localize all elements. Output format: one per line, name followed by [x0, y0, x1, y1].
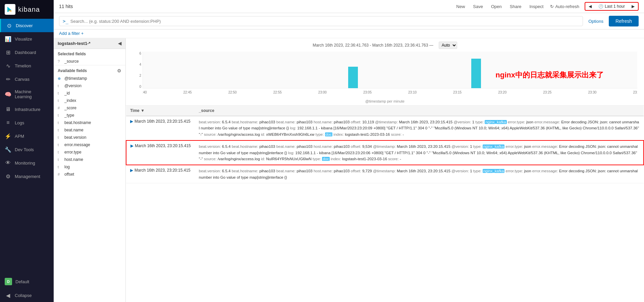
col-time[interactable]: Time ▼ — [126, 106, 195, 116]
field-error-type[interactable]: t error.type — [54, 148, 125, 156]
sidebar-item-label-ml: Machine Learning — [15, 89, 49, 99]
kv-value: /var/log/nginx/access.log — [218, 157, 260, 161]
sidebar-item-default[interactable]: D Default — [0, 275, 54, 289]
field-id[interactable]: t _id — [54, 89, 125, 97]
source-text: beat.version: 6.5.4 beat.hostname: pihao… — [199, 143, 639, 162]
wave-icon: ∿ — [5, 62, 11, 69]
share-button[interactable]: Share — [508, 3, 523, 10]
kv-key: @version: — [453, 120, 471, 124]
index-pattern-text: logstash-test1-* — [58, 41, 91, 46]
compass-icon: ⊙ — [6, 22, 12, 29]
kv-key: beat.hostname: — [232, 169, 258, 173]
kv-value: json — [524, 169, 531, 173]
kv-value: /var/log/nginx/access.log — [218, 132, 260, 136]
time-back-button[interactable]: ◀ — [585, 3, 595, 10]
search-box[interactable]: >_ — [59, 16, 583, 26]
x-label: 23:35 — [633, 90, 637, 94]
x-label: 23:00 — [318, 90, 327, 94]
field-beat-name[interactable]: t beat.name — [54, 126, 125, 134]
col-source-label: _source — [199, 108, 214, 113]
sidebar-item-label-collapse: Collapse — [15, 293, 32, 298]
time-range-control[interactable]: ◀ 🕐 Last 1 hour ▶ — [585, 2, 639, 11]
sidebar-item-dashboard[interactable]: ⊞ Dashboard — [0, 46, 54, 59]
expand-button[interactable]: ▶ — [130, 168, 133, 173]
options-button[interactable]: Options — [586, 17, 606, 25]
sidebar-item-infrastructure[interactable]: 🖥 Infrastructure — [0, 103, 54, 116]
sidebar-item-canvas[interactable]: ✏ Canvas — [0, 72, 54, 86]
field-version[interactable]: t @version — [54, 82, 125, 89]
kv-key: beat.version: — [199, 120, 221, 124]
error-type-field-name: error.type — [64, 150, 121, 155]
kv-key: score: — [388, 157, 398, 161]
kv-key: beat.name: — [276, 120, 296, 124]
sidebar-item-timelion[interactable]: ∿ Timelion — [0, 59, 54, 72]
index-field-name: _index — [64, 98, 121, 103]
timestamp-type-icon: ⊕ — [58, 76, 62, 81]
source-cell: beat.version: 6.5.4 beat.hostname: pihao… — [195, 165, 644, 183]
kibana-icon — [5, 4, 15, 15]
inspect-button[interactable]: Inspect — [528, 3, 545, 10]
kv-value: - — [402, 132, 404, 136]
index-pattern[interactable]: logstash-test1-* ◀ — [54, 38, 125, 49]
default-icon: D — [5, 278, 12, 285]
auto-refresh-button[interactable]: ↻ Auto-refresh — [550, 4, 579, 9]
field-beat-hostname[interactable]: t beat.hostname — [54, 119, 125, 126]
time-forward-button[interactable]: ▶ — [628, 3, 638, 10]
field-log[interactable]: t log — [54, 163, 125, 171]
sidebar-item-dev-tools[interactable]: 🔧 Dev Tools — [0, 143, 54, 156]
collapse-arrow-icon[interactable]: ◀ — [118, 41, 121, 46]
expand-button[interactable]: ▶ — [130, 119, 133, 124]
kv-key: type: — [475, 120, 484, 124]
sidebar-item-label-visualize: Visualize — [15, 37, 32, 42]
sidebar-item-collapse[interactable]: ◀ Collapse — [0, 289, 54, 302]
search-input[interactable] — [70, 19, 579, 24]
x-label: 22:45 — [183, 90, 192, 94]
sidebar-item-monitoring[interactable]: 👁 Monitoring — [0, 156, 54, 170]
field-beat-version[interactable]: t beat.version — [54, 134, 125, 141]
sidebar-item-machine-learning[interactable]: 🧠 Machine Learning — [0, 86, 54, 103]
sidebar-item-visualize[interactable]: 📊 Visualize — [0, 32, 54, 46]
time-range-label[interactable]: 🕐 Last 1 hour — [595, 3, 628, 10]
kv-value: 9,729 — [362, 169, 372, 173]
sidebar-item-apm[interactable]: ⚡ APM — [0, 129, 54, 143]
table-row: ▶March 16th 2023, 23:20:15.415beat.versi… — [126, 116, 644, 140]
add-filter-button[interactable]: Add a filter + — [59, 31, 84, 36]
time-cell: ▶March 16th 2023, 23:20:15.415 — [126, 116, 195, 140]
field-type[interactable]: t _type — [54, 112, 125, 119]
sidebar-item-label-monitoring: Monitoring — [15, 161, 35, 166]
results-area[interactable]: Time ▼ _source ▶March 16th 2023, 23:20:1… — [126, 106, 644, 302]
time-cell: ▶March 16th 2023, 23:20:15.415 — [126, 165, 195, 183]
refresh-button[interactable]: Refresh — [609, 16, 639, 26]
sidebar-item-management[interactable]: ⚙ Management — [0, 170, 54, 183]
field-error-message[interactable]: t error.message — [54, 141, 125, 148]
kv-key: offset: — [351, 169, 361, 173]
error-msg-field-name: error.message — [64, 142, 121, 147]
version-type-icon: t — [58, 84, 62, 88]
chart-interval-control[interactable]: Auto 1m 5m 30m — [439, 42, 457, 49]
kv-value: 6.5.4 — [222, 120, 231, 124]
field-host-name[interactable]: t host.name — [54, 156, 125, 163]
field-score[interactable]: # _score — [54, 104, 125, 112]
search-prompt: >_ — [63, 18, 68, 24]
version-field-name: @version — [64, 83, 121, 88]
sidebar-item-logs[interactable]: ≡ Logs — [0, 116, 54, 129]
type-type-icon: t — [58, 113, 62, 117]
field-timestamp[interactable]: ⊕ @timestamp — [54, 75, 125, 82]
fields-gear-icon[interactable]: ⚙ — [117, 68, 121, 73]
kv-value: March 16th 2023, 23:20:15.415 — [397, 144, 450, 148]
open-button[interactable]: Open — [490, 3, 503, 10]
kv-key: @version: — [451, 144, 469, 148]
expand-button[interactable]: ▶ — [130, 143, 133, 148]
interval-select[interactable]: Auto 1m 5m 30m — [439, 42, 457, 49]
kv-key: type: — [315, 132, 324, 136]
kv-value: json — [524, 144, 531, 148]
kv-value: March 16th 2023, 23:20:15.415 — [399, 120, 452, 124]
kv-key: host.name: — [314, 144, 333, 148]
save-button[interactable]: Save — [472, 3, 484, 10]
sidebar-item-discover[interactable]: ⊙ Discover — [0, 19, 54, 32]
selected-field-source[interactable]: ? _source — [54, 58, 125, 65]
field-index[interactable]: t _index — [54, 97, 125, 104]
field-offset[interactable]: # offset — [54, 171, 125, 178]
kv-value: pihao103 — [259, 169, 275, 173]
new-button[interactable]: New — [455, 3, 466, 10]
